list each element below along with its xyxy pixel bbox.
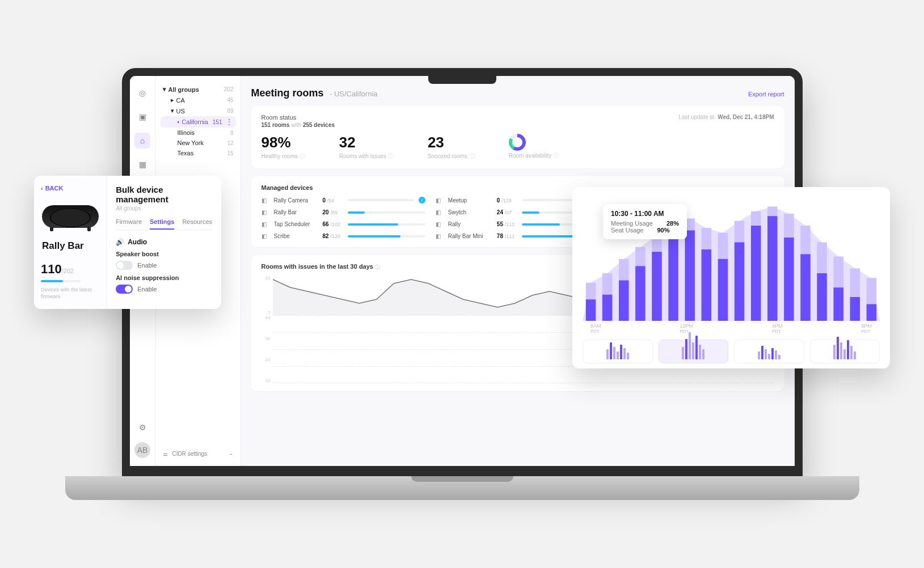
page-title: Meeting rooms — [251, 87, 324, 99]
issues-heading: Rooms with issues in the last 30 days — [261, 263, 373, 270]
bulk-subtitle: All groups — [116, 205, 212, 211]
tree-item-california[interactable]: • California 151 ⋮ — [161, 116, 236, 128]
tab-settings[interactable]: Settings — [150, 218, 174, 230]
audio-section: 🔊 Audio — [116, 238, 212, 246]
chart-thumbnail[interactable] — [583, 340, 653, 363]
tree-item-newyork[interactable]: New York 12 — [161, 138, 236, 148]
target-icon[interactable]: ◎ — [134, 85, 150, 101]
laptop-notch — [428, 76, 496, 84]
device-icon: ◧ — [261, 233, 269, 239]
device-row[interactable]: ◧ Rally Camera 0 /54 ! — [261, 197, 425, 204]
device-icon: ◧ — [436, 197, 444, 204]
rooms-icon[interactable]: ▣ — [134, 109, 150, 125]
device-row[interactable]: ◧ Rally Bar 20 /89 — [261, 209, 425, 215]
audio-icon: 🔊 — [116, 238, 124, 246]
info-icon[interactable]: ⓘ — [469, 153, 475, 159]
device-row[interactable]: ◧ Scribe 82 /120 — [261, 233, 425, 239]
chevron-left-icon: ‹ — [41, 185, 43, 192]
info-icon[interactable]: ⓘ — [553, 152, 559, 159]
svg-rect-15 — [702, 249, 711, 321]
tree-all-groups[interactable]: ▾ All groups 202 — [161, 84, 236, 95]
chart-thumbnail[interactable] — [659, 340, 729, 363]
room-status-card: Room status Last update at Wed, Dec 21, … — [251, 106, 784, 168]
cidr-settings-link[interactable]: ⚌ CIDR settings → — [161, 446, 236, 461]
svg-rect-31 — [833, 287, 843, 321]
svg-rect-13 — [685, 230, 694, 321]
tab-firmware[interactable]: Firmware — [116, 218, 142, 230]
svg-rect-11 — [668, 238, 678, 321]
usage-chart-panel: 10:30 - 11:00 AM Meeting Usage28% Seat U… — [572, 187, 890, 368]
x-axis-ticks: 8AMPDT12PMPDT4PMPDT8PMPDT — [590, 323, 872, 334]
page-subtitle: - US/California — [330, 90, 378, 98]
kpi-snoozed: 23 Snoozed rooms ⓘ — [428, 134, 475, 160]
availability-ring-icon — [509, 134, 526, 151]
info-icon[interactable]: ⓘ — [299, 153, 305, 159]
device-name: Rally Bar — [42, 240, 84, 252]
kpi-healthy: 98% Healthy rooms ⓘ — [261, 134, 305, 160]
kpi-issues: 32 Rooms with issues ⓘ — [339, 134, 394, 160]
device-icon: ◧ — [261, 221, 269, 227]
tab-resources[interactable]: Resources — [182, 218, 212, 230]
svg-rect-17 — [718, 259, 728, 321]
sliders-icon: ⚌ — [163, 451, 168, 457]
export-report-link[interactable]: Export report — [748, 91, 784, 98]
svg-rect-21 — [751, 226, 761, 321]
svg-rect-25 — [784, 238, 794, 321]
svg-rect-7 — [635, 266, 645, 321]
bulk-title: Bulk device management — [116, 185, 212, 204]
svg-rect-5 — [619, 281, 628, 321]
chart-thumbnail[interactable] — [734, 340, 804, 363]
svg-rect-3 — [602, 295, 612, 321]
svg-rect-23 — [767, 216, 777, 321]
tree-count: 202 — [224, 86, 234, 92]
device-icon: ◧ — [436, 221, 444, 227]
arrow-right-icon: → — [228, 451, 234, 457]
user-avatar[interactable]: AB — [134, 442, 150, 458]
kpi-availability: Room availability ⓘ — [509, 134, 559, 160]
tree-item-us[interactable]: ▾ US 89 — [161, 105, 236, 116]
svg-rect-33 — [850, 297, 860, 321]
bulk-device-panel: ‹ BACK Rally Bar 110/202 Devices with th… — [34, 176, 221, 309]
more-icon[interactable]: ⋮ — [225, 118, 234, 126]
alert-badge-icon: ! — [419, 197, 425, 204]
laptop-base — [65, 476, 859, 500]
dashboard-icon[interactable]: ⌂ — [134, 133, 150, 149]
svg-rect-9 — [652, 252, 661, 321]
device-caption: Devices with the latest firmware — [41, 287, 99, 300]
gear-icon[interactable]: ⚙ — [134, 419, 150, 435]
chart-thumbnail[interactable] — [810, 340, 880, 363]
svg-rect-19 — [735, 242, 744, 321]
info-icon[interactable]: ⓘ — [388, 153, 394, 159]
svg-rect-29 — [817, 273, 826, 321]
device-count: 110/202 — [41, 262, 74, 277]
back-button[interactable]: ‹ BACK — [41, 185, 63, 192]
speaker-boost-label: Speaker boost — [116, 251, 212, 257]
speaker-boost-toggle[interactable] — [116, 261, 133, 270]
grid-icon[interactable]: ▦ — [134, 156, 150, 172]
bulk-tabs: Firmware Settings Resources — [116, 218, 212, 230]
device-icon: ◧ — [261, 197, 269, 204]
chart-thumbnails — [583, 340, 880, 363]
tree-label: All groups — [168, 86, 199, 93]
device-icon: ◧ — [261, 209, 269, 215]
status-subtext: 151 rooms with 255 devices — [261, 122, 774, 128]
status-heading: Room status — [261, 114, 297, 121]
device-icon: ◧ — [436, 209, 444, 215]
chart-tooltip: 10:30 - 11:00 AM Meeting Usage28% Seat U… — [603, 204, 687, 239]
svg-rect-1 — [586, 299, 596, 321]
info-icon[interactable]: ⓘ — [375, 264, 380, 270]
tree-item-texas[interactable]: Texas 15 — [161, 148, 236, 158]
tree-item-illinois[interactable]: Illinois 8 — [161, 128, 236, 138]
device-image — [42, 205, 99, 228]
tree-item-ca[interactable]: ▸ CA 45 — [161, 95, 236, 105]
svg-rect-27 — [800, 254, 810, 321]
device-icon: ◧ — [436, 233, 444, 239]
ai-noise-label: AI noise suppression — [116, 274, 212, 281]
svg-rect-35 — [867, 304, 876, 321]
device-row[interactable]: ◧ Tap Scheduler 66 /102 — [261, 221, 425, 227]
ai-noise-toggle[interactable] — [116, 285, 133, 294]
firmware-progress — [41, 280, 81, 282]
